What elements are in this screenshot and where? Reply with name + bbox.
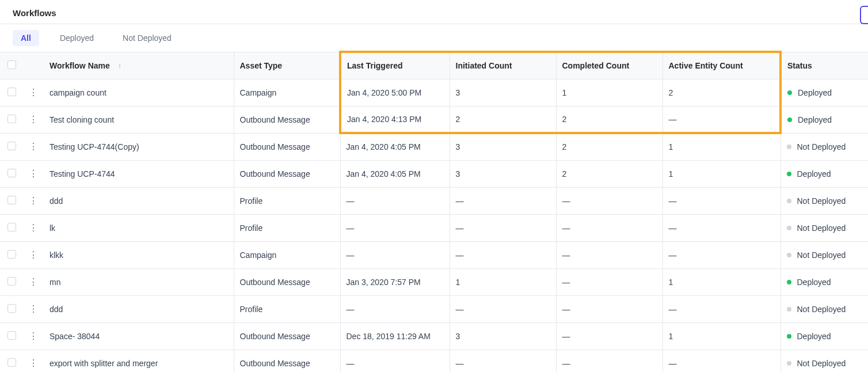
select-all-checkbox[interactable]	[7, 60, 16, 69]
workflow-name[interactable]: mn	[50, 278, 60, 287]
kebab-icon[interactable]: ⋮	[29, 223, 38, 233]
workflow-name[interactable]: ddd	[50, 196, 63, 206]
cell-initiated: —	[450, 295, 556, 322]
cell-asset: Profile	[234, 295, 340, 322]
kebab-icon[interactable]: ⋮	[29, 88, 38, 97]
kebab-icon[interactable]: ⋮	[29, 250, 38, 260]
cell-name: Testing UCP-4744	[44, 160, 234, 187]
cell-active: 1	[663, 133, 781, 160]
workflow-name[interactable]: lk	[50, 223, 55, 233]
row-checkbox[interactable]	[7, 277, 16, 286]
asset-type: Outbound Message	[240, 169, 310, 179]
kebab-icon[interactable]: ⋮	[29, 142, 38, 151]
kebab-icon[interactable]: ⋮	[29, 358, 38, 368]
cell-status: Deployed	[781, 106, 868, 133]
cell-name: ddd	[44, 187, 234, 214]
tab-deployed[interactable]: Deployed	[52, 30, 102, 46]
last-triggered: —	[347, 359, 355, 368]
completed-count: —	[562, 223, 570, 233]
cell-triggered: —	[340, 295, 450, 322]
status-label: Not Deployed	[797, 250, 846, 260]
workflow-name[interactable]: Test cloning count	[50, 115, 114, 124]
kebab-icon[interactable]: ⋮	[29, 169, 38, 179]
workflow-name[interactable]: export with splitter and merger	[50, 359, 158, 368]
tab-not-deployed[interactable]: Not Deployed	[115, 30, 180, 46]
status-label: Not Deployed	[797, 223, 846, 233]
status-dot-icon	[787, 280, 791, 284]
status-label: Deployed	[797, 278, 831, 287]
status-label: Deployed	[797, 332, 831, 341]
cell-triggered: —	[340, 187, 450, 214]
status-dot-icon	[787, 145, 791, 149]
table-row: ⋮Testing UCP-4744(Copy)Outbound MessageJ…	[0, 133, 868, 160]
workflow-name[interactable]: Space- 38044	[50, 332, 100, 341]
cell-actions: ⋮	[23, 322, 44, 350]
last-triggered: —	[347, 223, 355, 233]
col-header-name[interactable]: Workflow Name ↑	[44, 52, 234, 79]
row-checkbox[interactable]	[7, 169, 16, 177]
kebab-icon[interactable]: ⋮	[29, 331, 38, 341]
active-entity-count: 1	[669, 278, 673, 287]
active-entity-count: 1	[669, 332, 673, 341]
kebab-icon[interactable]: ⋮	[29, 277, 38, 287]
col-header-name-label: Workflow Name	[50, 61, 110, 70]
cell-select	[0, 268, 23, 295]
row-checkbox[interactable]	[7, 304, 16, 313]
last-triggered: Jan 4, 2020 4:05 PM	[347, 169, 421, 179]
status-dot-icon	[787, 199, 791, 203]
status-indicator: Deployed	[787, 115, 862, 124]
status-label: Not Deployed	[797, 359, 846, 368]
col-header-triggered[interactable]: Last Triggered	[340, 52, 450, 79]
cell-select	[0, 350, 23, 372]
cell-actions: ⋮	[23, 214, 44, 241]
initiated-count: —	[456, 305, 464, 314]
col-header-initiated[interactable]: Initiated Count	[450, 52, 556, 79]
cell-active: —	[663, 295, 781, 322]
kebab-icon[interactable]: ⋮	[29, 115, 38, 124]
cell-status: Deployed	[781, 322, 868, 350]
initiated-count: 3	[456, 88, 460, 97]
cell-select	[0, 187, 23, 214]
cell-completed: 2	[556, 133, 663, 160]
completed-count: 2	[562, 169, 567, 179]
kebab-icon[interactable]: ⋮	[29, 196, 38, 206]
status-dot-icon	[787, 117, 792, 122]
table-row: ⋮export with splitter and mergerOutbound…	[0, 350, 868, 372]
cell-completed: —	[556, 350, 663, 372]
row-checkbox[interactable]	[7, 142, 16, 150]
initiated-count: —	[456, 359, 464, 368]
initiated-count: 1	[456, 278, 460, 287]
col-header-asset[interactable]: Asset Type	[234, 52, 340, 79]
row-checkbox[interactable]	[7, 358, 16, 367]
cell-active: 1	[663, 322, 781, 350]
row-checkbox[interactable]	[7, 223, 16, 231]
cell-triggered: —	[340, 350, 450, 372]
initiated-count: 3	[456, 332, 460, 341]
col-header-active[interactable]: Active Entity Count	[663, 52, 781, 79]
kebab-icon[interactable]: ⋮	[29, 304, 38, 314]
row-checkbox[interactable]	[7, 88, 16, 96]
cell-actions: ⋮	[23, 187, 44, 214]
table-row: ⋮campaign countCampaignJan 4, 2020 5:00 …	[0, 79, 868, 106]
workflow-name[interactable]: klkk	[50, 250, 63, 260]
asset-type: Outbound Message	[240, 332, 310, 341]
row-checkbox[interactable]	[7, 115, 16, 123]
cell-initiated: 3	[450, 160, 556, 187]
workflow-name[interactable]: Testing UCP-4744(Copy)	[50, 142, 139, 151]
workflow-name[interactable]: campaign count	[50, 88, 106, 97]
table-row: ⋮dddProfile————Not Deployed	[0, 187, 868, 214]
cell-triggered: Jan 4, 2020 4:05 PM	[340, 160, 450, 187]
table-row: ⋮dddProfile————Not Deployed	[0, 295, 868, 322]
row-checkbox[interactable]	[7, 196, 16, 204]
cell-status: Not Deployed	[781, 350, 868, 372]
col-header-status[interactable]: Status	[781, 52, 868, 79]
workflow-name[interactable]: ddd	[50, 305, 63, 314]
cell-triggered: Jan 3, 2020 7:57 PM	[340, 268, 450, 295]
row-checkbox[interactable]	[7, 331, 16, 340]
asset-type: Outbound Message	[240, 278, 310, 287]
col-header-completed[interactable]: Completed Count	[556, 52, 663, 79]
status-label: Deployed	[798, 115, 832, 124]
row-checkbox[interactable]	[7, 250, 16, 259]
tab-all[interactable]: All	[13, 30, 39, 46]
workflow-name[interactable]: Testing UCP-4744	[50, 169, 115, 179]
